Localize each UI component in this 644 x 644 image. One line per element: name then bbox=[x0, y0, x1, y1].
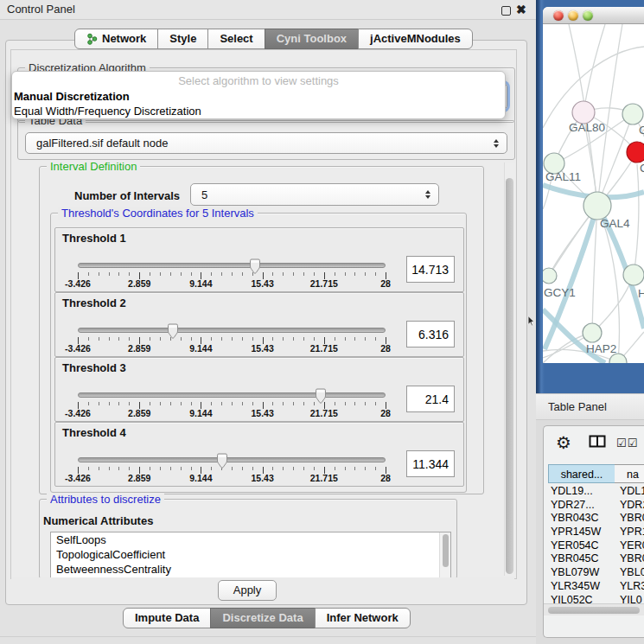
table-row[interactable]: YBR043CYBR0 bbox=[544, 512, 644, 526]
traffic-light-zoom-icon[interactable] bbox=[583, 10, 593, 21]
tick-mark bbox=[99, 337, 99, 341]
tab-label: Style bbox=[169, 29, 196, 48]
slider-thumb[interactable] bbox=[166, 323, 180, 340]
slider-track[interactable] bbox=[78, 263, 386, 268]
tab-style[interactable]: Style bbox=[157, 29, 208, 49]
number-of-intervals-combobox[interactable]: 5 bbox=[190, 183, 439, 206]
slider-track[interactable] bbox=[78, 392, 386, 398]
threshold-value-field[interactable]: 11.344 bbox=[406, 450, 455, 477]
tick-mark bbox=[283, 337, 284, 341]
tick-label: 2.859 bbox=[128, 473, 150, 483]
cell-shared-name: YBR045C bbox=[551, 552, 599, 566]
threshold-value-field[interactable]: 14.713 bbox=[406, 256, 455, 283]
network-node-gcy1[interactable] bbox=[543, 268, 557, 284]
table-row[interactable]: YER054CYER0 bbox=[544, 539, 644, 553]
tab-jactivemnodules[interactable]: jActiveMNodules bbox=[358, 29, 473, 49]
tab-label: jActiveMNodules bbox=[370, 29, 461, 48]
tick-mark bbox=[129, 402, 130, 405]
slider-track[interactable] bbox=[78, 457, 386, 462]
network-canvas[interactable]: GAL80GCGAL11GAL4GCY1HHAP2 bbox=[543, 24, 644, 363]
slider-track[interactable] bbox=[78, 328, 386, 333]
numerical-attributes-list[interactable]: SelfLoopsTopologicalCoefficientBetweenne… bbox=[50, 532, 451, 579]
table-horizontal-scrollbar[interactable] bbox=[544, 603, 644, 615]
column-header-name[interactable]: na bbox=[615, 464, 644, 483]
table-row[interactable]: YBL079WYBL0 bbox=[544, 566, 644, 580]
tick-label: 21.715 bbox=[310, 278, 338, 289]
table-row[interactable]: YLR345WYLR3 bbox=[544, 580, 644, 594]
table-row[interactable]: YDR27...YDR2 bbox=[544, 499, 644, 513]
table-panel-bar: Table Panel bbox=[536, 393, 644, 420]
list-item[interactable]: TopologicalCoefficient bbox=[51, 547, 450, 562]
tick-mark bbox=[221, 402, 222, 405]
network-window: GAL80GCGAL11GAL4GCY1HHAP2 bbox=[543, 7, 644, 363]
tab-cyni-toolbox[interactable]: Cyni Toolbox bbox=[265, 29, 359, 49]
tick-mark bbox=[345, 467, 346, 470]
table-row[interactable]: YDL19...YDL1 bbox=[544, 485, 644, 499]
tab-select[interactable]: Select bbox=[207, 29, 265, 49]
list-scrollbar[interactable] bbox=[439, 532, 450, 578]
cell-name: YDL1 bbox=[620, 485, 644, 499]
traffic-light-minimize-icon[interactable] bbox=[568, 10, 578, 21]
tick-mark bbox=[88, 272, 89, 276]
tab-network[interactable]: Network bbox=[74, 29, 158, 49]
tick-mark bbox=[170, 467, 171, 470]
app-root: Control Panel ✖ NetworkStyleSelectCyni T… bbox=[0, 0, 644, 644]
split-view-icon[interactable] bbox=[589, 435, 606, 451]
slider-thumb[interactable] bbox=[314, 388, 328, 405]
tab-infer-network[interactable]: Infer Network bbox=[315, 608, 411, 628]
slider-thumb[interactable] bbox=[248, 258, 262, 275]
table-rows: YDL19...YDL1YDR27...YDR2YBR043CYBR0YPR14… bbox=[544, 485, 644, 603]
tick-mark bbox=[181, 337, 182, 341]
node-label: C bbox=[640, 162, 644, 175]
node-label: GAL11 bbox=[545, 170, 581, 183]
list-item[interactable]: BetweennessCentrality bbox=[51, 562, 450, 577]
dropdown-prompt: Select algorithm to view settings bbox=[12, 72, 505, 89]
tick-mark bbox=[99, 467, 99, 470]
tick-mark bbox=[252, 467, 253, 470]
checkbox-icon[interactable]: ☑☑ bbox=[616, 437, 638, 450]
list-item[interactable]: SelfLoops bbox=[51, 532, 450, 547]
dropdown-option-equal-width-frequency[interactable]: Equal Width/Frequency Discretization bbox=[12, 104, 505, 118]
table-scrollbar-thumb[interactable] bbox=[548, 607, 640, 614]
tick-mark bbox=[272, 402, 273, 405]
network-node-top-right[interactable] bbox=[622, 104, 643, 124]
apply-row: Apply bbox=[11, 577, 514, 603]
cell-name: YBL0 bbox=[620, 566, 644, 580]
network-node-red-node[interactable] bbox=[627, 142, 644, 163]
table-row[interactable]: YPR145WYPR1 bbox=[544, 526, 644, 539]
node-label: H bbox=[638, 287, 644, 300]
tick-mark bbox=[242, 272, 243, 276]
tick-mark bbox=[109, 272, 110, 276]
tick-mark bbox=[221, 337, 222, 341]
network-node-right-mid[interactable] bbox=[623, 265, 644, 285]
tick-mark bbox=[109, 402, 110, 405]
float-window-icon[interactable] bbox=[501, 6, 511, 16]
tab-impute-data[interactable]: Impute Data bbox=[123, 608, 211, 628]
gear-icon[interactable]: ⚙ bbox=[556, 431, 571, 454]
cell-shared-name: YBL079W bbox=[551, 566, 599, 580]
table-row[interactable]: YIL052CYIL0 bbox=[544, 594, 644, 604]
network-node-gal4[interactable] bbox=[583, 192, 611, 220]
tick-mark bbox=[365, 402, 366, 405]
threshold-value-field[interactable]: 6.316 bbox=[406, 321, 455, 348]
close-icon[interactable]: ✖ bbox=[516, 2, 526, 17]
column-header-shared-name[interactable]: shared... bbox=[548, 464, 615, 483]
tick-mark bbox=[252, 402, 253, 405]
list-scrollbar-thumb[interactable] bbox=[443, 534, 449, 567]
panel-scrollbar-thumb[interactable] bbox=[506, 178, 513, 574]
network-node-hap2[interactable] bbox=[583, 323, 602, 342]
traffic-light-close-icon[interactable] bbox=[553, 10, 564, 21]
tick-mark bbox=[354, 467, 355, 470]
tick-mark bbox=[170, 402, 171, 405]
dropdown-option-manual-discretization[interactable]: Manual Discretization bbox=[12, 89, 505, 104]
threshold-value-field[interactable]: 21.4 bbox=[406, 386, 455, 412]
tab-discretize-data[interactable]: Discretize Data bbox=[210, 608, 315, 628]
tick-label: 9.144 bbox=[189, 343, 212, 354]
table-row[interactable]: YBR045CYBR0 bbox=[544, 552, 644, 566]
table-data-combobox[interactable]: galFiltered.sif default node bbox=[25, 132, 507, 154]
number-of-intervals-label: Number of Intervals bbox=[74, 189, 180, 202]
tick-mark bbox=[211, 272, 212, 276]
slider-thumb[interactable] bbox=[215, 453, 229, 469]
apply-button[interactable]: Apply bbox=[218, 580, 277, 601]
tick-mark bbox=[365, 272, 366, 276]
